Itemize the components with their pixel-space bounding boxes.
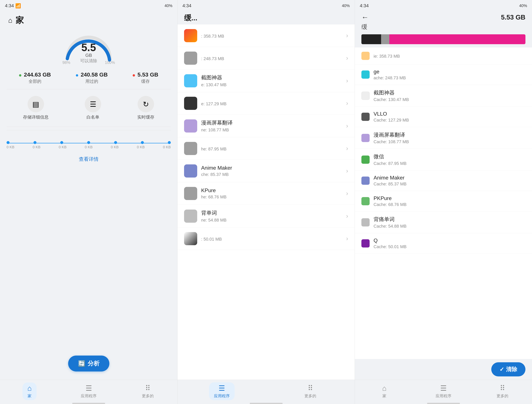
detail-cache-9: Cache: 50.01 MB [374, 244, 526, 249]
clean-button[interactable]: ✓ 清除 [491, 362, 526, 376]
detail-cache-7: Cache: 68.76 MB [374, 202, 526, 207]
list-item[interactable]: 背单词 ne: 54.88 MB › [177, 205, 355, 227]
nav-apps-label-active: 应用程序 [214, 393, 230, 398]
detail-cache-3: Cache: 127.29 MB [374, 118, 526, 123]
nav-more-1[interactable]: ⠿ 更多的 [118, 382, 177, 400]
dot-red [133, 74, 135, 77]
storage-stats: 244.63 GB 全部的 240.58 GB 用过的 5.53 GB 缓存 [0, 66, 177, 89]
chevron-icon-7: › [346, 190, 348, 197]
detail-item: VLLO Cache: 127.29 MB [355, 107, 532, 127]
chevron-icon-4: › [346, 122, 348, 129]
list-item[interactable]: Anime Maker che: 85.37 MB › [177, 160, 355, 182]
usage-bar-area [355, 33, 532, 47]
app-cache-6: che: 85.37 MB [201, 172, 346, 177]
list-item[interactable]: 截图神器 e: 130.47 MB › [177, 70, 355, 92]
detail-name-3: VLLO [374, 111, 526, 117]
stat-used-label: 用过的 [76, 78, 108, 84]
nav-more-icon-2: ⠿ [308, 384, 313, 392]
nav-apps-icon-3: ☰ [440, 384, 447, 392]
list-item[interactable]: : 248.73 MB › [177, 47, 355, 70]
app-info-2: 截图神器 e: 130.47 MB [201, 74, 346, 87]
realtime-cache-btn[interactable]: ↻ 实时缓存 [137, 96, 154, 120]
app-info-0: : 358.73 MB [201, 33, 346, 39]
whitelist-btn[interactable]: ☰ 白名单 [85, 96, 101, 120]
nav-apps-active[interactable]: ☰ 应用程序 [177, 381, 266, 402]
detail-info-7: PKPure Cache: 68.76 MB [374, 195, 526, 207]
detail-app-list: ie: 358.73 MB ge ache: 248.73 MB 截图神器 Ca… [355, 47, 532, 359]
nav-more-label-2: 更多的 [304, 393, 316, 398]
list-item[interactable]: e: 127.29 MB › [177, 92, 355, 115]
bottom-indicator-2 [177, 403, 355, 404]
nav-home-3[interactable]: ⌂ 家 [355, 383, 414, 400]
detail-cache-2: Cache: 130.47 MB [374, 97, 526, 102]
detail-item: Q Cache: 50.01 MB [355, 233, 532, 254]
list-item[interactable]: he: 87.95 MB › [177, 137, 355, 160]
bottom-nav-1: ⌂ 家 ☰ 应用程序 ⠿ 更多的 [0, 380, 177, 403]
detail-dot-3 [361, 113, 370, 121]
chart-label: 0 KB [137, 145, 145, 149]
nav-more-label-1: 更多的 [142, 393, 154, 398]
time-1: 4:34 [5, 3, 14, 8]
stat-cache-value: 5.53 GB [133, 71, 158, 78]
stat-total-label: 全部的 [19, 78, 51, 84]
battery-3: 40% [519, 3, 527, 8]
back-button[interactable]: ← [361, 13, 369, 21]
nav-apps-3[interactable]: ☰ 应用程序 [414, 382, 473, 400]
stat-used-value: 240.58 GB [76, 71, 108, 78]
list-item[interactable]: KPure he: 68.76 MB › [177, 182, 355, 205]
battery-2: 40% [342, 3, 350, 8]
detail-item: PKPure Cache: 68.76 MB [355, 191, 532, 212]
app-info-6: Anime Maker che: 85.37 MB [201, 165, 346, 177]
detail-info-4: 漫画屏幕翻译 Cache: 108.77 MB [374, 131, 526, 144]
status-time-3: 4:34 [360, 3, 369, 8]
app-icon-1 [184, 51, 197, 65]
stat-cache-label: 缓存 [133, 78, 158, 84]
storage-detail-btn[interactable]: ▤ 存储详细信息 [23, 96, 49, 120]
detail-item: 漫画屏幕翻译 Cache: 108.77 MB [355, 127, 532, 149]
detail-name-2: 截图神器 [374, 89, 526, 96]
chart-label: 0 KB [59, 145, 66, 149]
stat-total-value: 244.63 GB [19, 71, 51, 78]
p3-header: ← 5.53 GB [355, 12, 532, 23]
bar-used [361, 34, 381, 44]
nav-more-2[interactable]: ⠿ 更多的 [266, 382, 355, 400]
action-buttons: ▤ 存储详细信息 ☰ 白名单 ↻ 实时缓存 [0, 89, 177, 127]
app-info-3: e: 127.29 MB [201, 100, 346, 106]
panel-detail: 4:34 40% ← 5.53 GB 缓 ie: 358.73 MB [355, 0, 532, 404]
detail-dot-8 [361, 218, 370, 226]
app-icon-5 [184, 142, 197, 155]
detail-dot-6 [361, 177, 370, 185]
detail-dot-7 [361, 197, 370, 205]
chevron-icon-3: › [346, 100, 348, 107]
status-bar-3: 4:34 40% [355, 0, 532, 12]
bottom-nav-3: ⌂ 家 ☰ 应用程序 ⠿ 更多的 [355, 380, 532, 403]
bottom-bar-3 [427, 403, 460, 404]
detail-cache-8: Cache: 54.88 MB [374, 224, 526, 229]
app-cache-8: ne: 54.88 MB [201, 218, 346, 223]
detail-item: 微信 Cache: 87.95 MB [355, 149, 532, 170]
analyze-button[interactable]: 🔄 分析 [68, 356, 109, 372]
list-item[interactable]: 漫画屏幕翻译 ne: 108.77 MB › [177, 115, 355, 137]
nav-more-3[interactable]: ⠿ 更多的 [473, 382, 532, 400]
detail-info-9: Q Cache: 50.01 MB [374, 237, 526, 249]
app-info-8: 背单词 ne: 54.88 MB [201, 209, 346, 223]
status-bar-2: 4:34 40% [177, 0, 355, 12]
detail-item: ge ache: 248.73 MB [355, 64, 532, 85]
status-right-1: 40% [165, 3, 172, 8]
chart-dot [168, 141, 171, 144]
nav-more-label-3: 更多的 [497, 393, 508, 398]
gauge-container: 5.5 GB 可以清除 [62, 32, 115, 62]
signal-icon-1: 📶 [15, 3, 21, 8]
bar-other [381, 34, 389, 44]
list-item[interactable]: : 50.01 MB › [177, 227, 355, 250]
list-item[interactable]: : 358.73 MB › [177, 25, 355, 47]
bottom-indicator-1 [0, 403, 177, 404]
detail-info-5: 微信 Cache: 87.95 MB [374, 153, 526, 166]
detail-info-2: 截图神器 Cache: 130.47 MB [374, 89, 526, 102]
nav-home[interactable]: ⌂ 家 [0, 381, 59, 402]
detail-name-1: ge [374, 69, 526, 75]
nav-home-label-3: 家 [382, 393, 386, 398]
detail-info-0: ie: 358.73 MB [374, 53, 526, 59]
nav-apps-1[interactable]: ☰ 应用程序 [59, 382, 118, 400]
detail-link[interactable]: 查看详情 [0, 153, 177, 166]
